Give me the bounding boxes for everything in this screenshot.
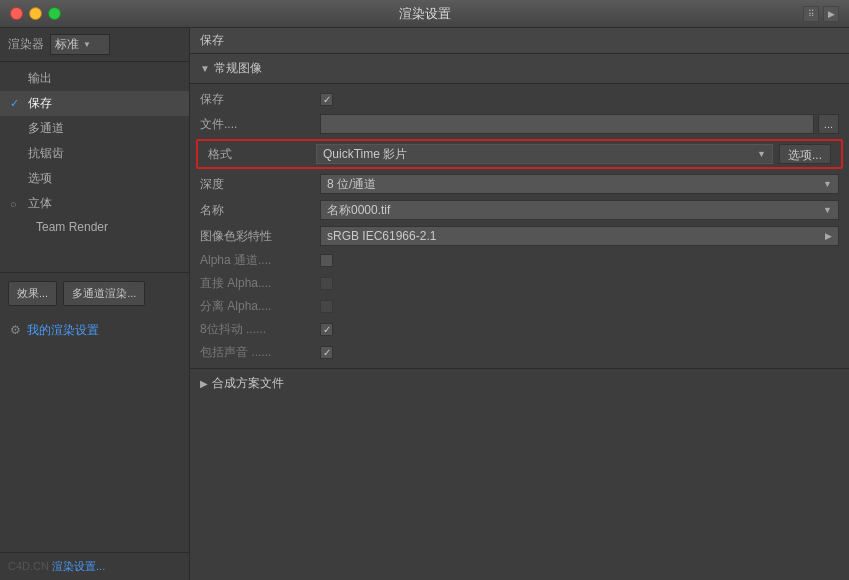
titlebar-buttons [10,7,61,20]
color-profile-dropdown[interactable]: sRGB IEC61966-2.1 ▶ [320,226,839,246]
sidebar-item-antialias[interactable]: 抗锯齿 [0,141,189,166]
file-field-label: 文件.... [200,116,320,133]
separate-alpha-row: 分离 Alpha.... [190,295,849,318]
sound-label: 包括声音 ...... [200,344,320,361]
save-checkbox[interactable] [320,93,333,106]
sidebar-item-output[interactable]: 输出 [0,66,189,91]
renderer-label: 渲染器 [8,36,44,53]
my-settings-link[interactable]: 我的渲染设置 [27,322,99,339]
arrow-right-icon: ▶ [200,378,208,389]
dither-row: 8位抖动 ...... [190,318,849,341]
file-row: 文件.... ... [190,111,849,137]
name-dropdown[interactable]: 名称0000.tif ▼ [320,200,839,220]
multichannel-button[interactable]: 多通道渲染... [63,281,145,306]
titlebar-right-icons: ⠿ ▶ [803,6,839,22]
sidebar-item-save[interactable]: 保存 [0,91,189,116]
renderer-bar: 渲染器 标准 ▼ [0,28,189,62]
sidebar-item-teamrender[interactable]: Team Render [0,216,189,238]
composite-title: 合成方案文件 [212,375,284,392]
sidebar-nav: 输出 保存 多通道 抗锯齿 选项 立体 Team Render [0,62,189,272]
dither-checkbox[interactable] [320,323,333,336]
color-profile-label: 图像色彩特性 [200,228,320,245]
main-layout: 渲染器 标准 ▼ 输出 保存 多通道 抗锯齿 选项 立体 [0,28,849,580]
format-dropdown[interactable]: QuickTime 影片 ▼ [316,144,773,164]
save-checkbox-wrapper [320,93,839,106]
close-button[interactable] [10,7,23,20]
chevron-right-icon: ▶ [825,231,832,241]
titlebar: 渲染设置 ⠿ ▶ [0,0,849,28]
straight-alpha-checkbox[interactable] [320,277,333,290]
watermark-bar: C4D.CN 渲染设置... [0,552,189,580]
watermark-link[interactable]: 渲染设置... [52,560,105,572]
alpha-row: Alpha 通道.... [190,249,849,272]
chevron-down-icon: ▼ [83,40,91,49]
save-field-label: 保存 [200,91,320,108]
content-area: 保存 ▼ 常规图像 保存 文件.... ... 格式 [190,28,849,580]
name-row: 名称 名称0000.tif ▼ [190,197,849,223]
sound-row: 包括声音 ...... [190,341,849,364]
sidebar-item-options[interactable]: 选项 [0,166,189,191]
renderer-dropdown[interactable]: 标准 ▼ [50,34,110,55]
dither-label: 8位抖动 ...... [200,321,320,338]
render-icon[interactable]: ▶ [823,6,839,22]
minimize-button[interactable] [29,7,42,20]
format-row: 格式 QuickTime 影片 ▼ 选项... [196,139,843,169]
chevron-down-icon: ▼ [823,205,832,215]
alpha-field-label: Alpha 通道.... [200,252,320,269]
depth-row: 深度 8 位/通道 ▼ [190,171,849,197]
my-settings-row: ⚙ 我的渲染设置 [0,314,189,347]
depth-dropdown[interactable]: 8 位/通道 ▼ [320,174,839,194]
file-browse-button[interactable]: ... [818,114,839,134]
separate-alpha-checkbox[interactable] [320,300,333,313]
composite-section-header[interactable]: ▶ 合成方案文件 [190,368,849,398]
alpha-checkbox[interactable] [320,254,333,267]
straight-alpha-checkbox-wrapper [320,277,839,290]
straight-alpha-row: 直接 Alpha.... [190,272,849,295]
sound-checkbox-wrapper [320,346,839,359]
effect-button[interactable]: 效果... [8,281,57,306]
file-input[interactable] [320,114,814,134]
window-title: 渲染设置 [399,5,451,23]
format-field-label: 格式 [208,146,316,163]
sidebar-item-stereo[interactable]: 立体 [0,191,189,216]
maximize-button[interactable] [48,7,61,20]
name-field-label: 名称 [200,202,320,219]
sidebar: 渲染器 标准 ▼ 输出 保存 多通道 抗锯齿 选项 立体 [0,28,190,580]
depth-field-label: 深度 [200,176,320,193]
separate-alpha-label: 分离 Alpha.... [200,298,320,315]
normal-image-title: 常规图像 [214,60,262,77]
chevron-down-icon: ▼ [823,179,832,189]
section-label: 保存 [190,28,849,54]
form-area: 保存 文件.... ... 格式 QuickTime 影片 ▼ 选项... [190,84,849,368]
chevron-down-icon: ▼ [757,149,766,159]
alpha-checkbox-wrapper [320,254,839,267]
save-row: 保存 [190,88,849,111]
gear-icon: ⚙ [10,323,21,337]
sidebar-item-multichannel[interactable]: 多通道 [0,116,189,141]
arrow-down-icon: ▼ [200,63,210,74]
color-profile-row: 图像色彩特性 sRGB IEC61966-2.1 ▶ [190,223,849,249]
sidebar-bottom-buttons: 效果... 多通道渲染... [0,272,189,314]
normal-image-header[interactable]: ▼ 常规图像 [190,54,849,84]
separate-alpha-checkbox-wrapper [320,300,839,313]
straight-alpha-label: 直接 Alpha.... [200,275,320,292]
options-button[interactable]: 选项... [779,144,831,164]
sound-checkbox[interactable] [320,346,333,359]
grid-icon[interactable]: ⠿ [803,6,819,22]
dither-checkbox-wrapper [320,323,839,336]
